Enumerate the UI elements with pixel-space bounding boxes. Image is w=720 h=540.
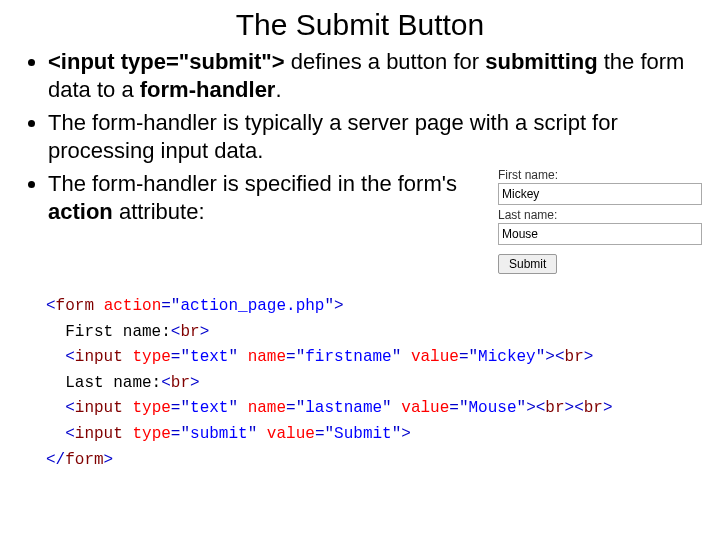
first-name-input[interactable] xyxy=(498,183,702,205)
slide-title: The Submit Button xyxy=(20,8,700,42)
last-name-input[interactable] xyxy=(498,223,702,245)
code-example: <form action="action_page.php"> First na… xyxy=(46,294,613,473)
first-name-label: First name: xyxy=(498,168,698,182)
bullet-2: The form-handler is typically a server p… xyxy=(48,109,700,164)
example-form: First name: Last name: xyxy=(498,168,698,274)
bullet-1: <input type="submit"> defines a button f… xyxy=(48,48,700,103)
bullet-1-code: <input type="submit"> xyxy=(48,49,285,74)
last-name-label: Last name: xyxy=(498,208,698,222)
submit-button[interactable] xyxy=(498,254,557,274)
